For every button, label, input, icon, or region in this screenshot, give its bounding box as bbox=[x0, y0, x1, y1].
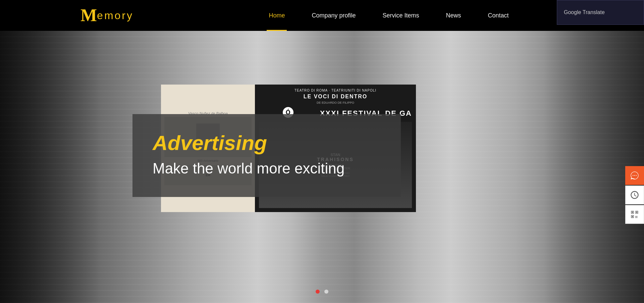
sidebar-icons bbox=[625, 79, 644, 224]
hero-title: Advertising bbox=[153, 131, 381, 155]
slide-indicators bbox=[316, 290, 328, 294]
hero-subtitle: Make the world more exciting bbox=[153, 160, 381, 177]
svg-point-2 bbox=[636, 175, 637, 175]
hero-text-box: Advertising Make the world more exciting bbox=[132, 114, 401, 197]
logo-letter: M bbox=[80, 7, 96, 24]
poster-theater-name: TEATRO DI ROMA · TEATRIUNITI DI NAPOLI bbox=[259, 89, 412, 92]
chat-icon-button[interactable] bbox=[625, 166, 644, 185]
nav-company-profile[interactable]: Company profile bbox=[298, 0, 369, 31]
hero-section: Vasco Nuñez de Balboa 500 Aniversario EM… bbox=[0, 31, 644, 303]
clock-icon-button[interactable] bbox=[625, 186, 644, 204]
slide-dot-1[interactable] bbox=[316, 290, 320, 294]
nav-service-items[interactable]: Service Items bbox=[369, 0, 432, 31]
nav-contact[interactable]: Contact bbox=[475, 0, 522, 31]
clock-icon bbox=[630, 190, 639, 200]
google-translate-label: Google Translate bbox=[564, 9, 605, 15]
poster-author: DE EDUARDO DE FILIPPO bbox=[259, 101, 412, 104]
qr-icon bbox=[630, 210, 639, 219]
qr-icon-button[interactable] bbox=[625, 205, 644, 224]
chat-icon bbox=[630, 171, 639, 180]
nav-home[interactable]: Home bbox=[255, 0, 298, 31]
svg-point-1 bbox=[634, 175, 635, 175]
slide-dot-2[interactable] bbox=[324, 290, 328, 294]
logo-area: M emory bbox=[0, 7, 133, 24]
hero-dark-left bbox=[0, 31, 101, 303]
poster-play-title: LE VOCI DI DENTRO bbox=[259, 94, 412, 100]
navbar: M emory Home Company profile Service Ite… bbox=[0, 0, 644, 31]
svg-point-0 bbox=[633, 175, 633, 175]
nav-news[interactable]: News bbox=[433, 0, 475, 31]
logo-rest: emory bbox=[97, 9, 133, 22]
google-translate-widget[interactable]: Google Translate bbox=[557, 0, 644, 25]
